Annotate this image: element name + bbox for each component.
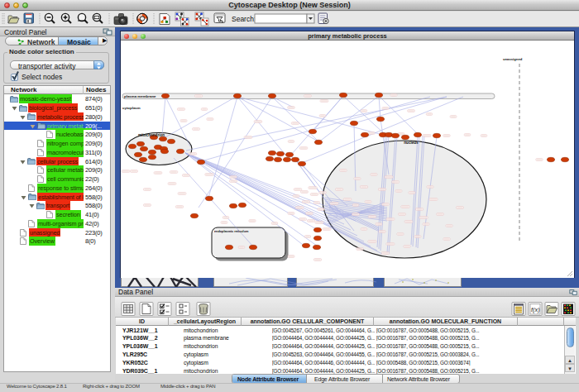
svg-text:nucleus: nucleus <box>404 141 419 145</box>
svg-text:mitochondrion: mitochondrion <box>138 133 165 137</box>
svg-text:Search:: Search: <box>232 15 256 23</box>
svg-text:unassigned: unassigned <box>503 57 523 61</box>
svg-text:f(x): f(x) <box>531 306 540 313</box>
svg-text:cytoplasm: cytoplasm <box>122 106 141 110</box>
svg-text:plasma membrane: plasma membrane <box>124 94 156 98</box>
svg-text:endoplasmic reticulum: endoplasmic reticulum <box>214 230 249 233</box>
